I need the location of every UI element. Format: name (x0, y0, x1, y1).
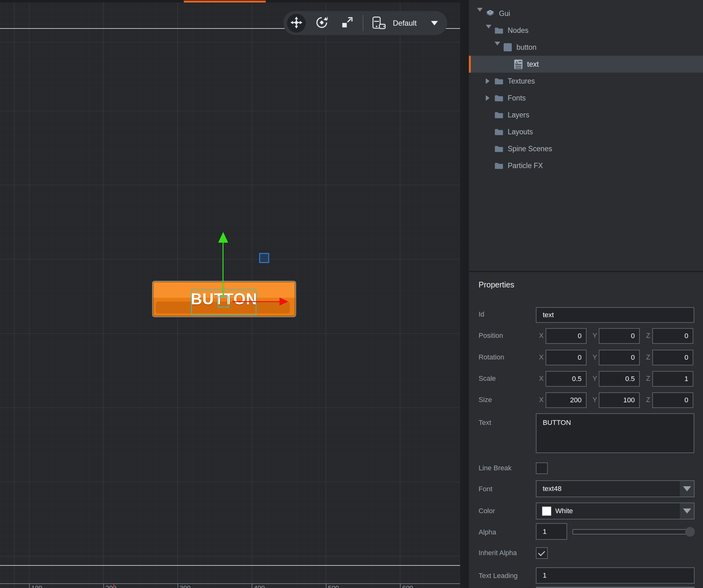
scale-icon (341, 17, 353, 30)
ruler-tick (29, 583, 30, 588)
collapse-arrow-icon[interactable] (486, 95, 489, 101)
font-dropdown[interactable]: text48 (536, 480, 695, 497)
size-x-input[interactable] (546, 392, 587, 408)
chevron-down-icon (683, 509, 691, 513)
folder-icon (495, 161, 503, 170)
outline-item-nodes[interactable]: Nodes (469, 22, 703, 39)
axis-x-label: X (539, 396, 544, 404)
ruler-label: 600 (402, 584, 413, 588)
rotation-x-input[interactable] (546, 350, 587, 365)
alpha-slider-track[interactable] (572, 529, 690, 534)
rotation-y-input[interactable] (599, 350, 640, 365)
next-field-partial-border (536, 587, 695, 588)
move-gizmo-y-arrowhead-icon[interactable] (218, 232, 228, 243)
move-gizmo-x-axis[interactable] (232, 301, 280, 302)
layout-selector-label[interactable]: Default (393, 19, 416, 27)
position-x-input[interactable] (546, 328, 587, 344)
svg-text:A: A (515, 60, 518, 65)
device-orientation-icon (372, 17, 386, 30)
outline-item-layouts[interactable]: Layouts (469, 123, 703, 140)
outline-item-textures[interactable]: Textures (469, 73, 703, 89)
outline-item-label: Nodes (508, 26, 528, 35)
font-dropdown-button[interactable] (680, 481, 694, 497)
text-input[interactable]: BUTTON (536, 413, 694, 453)
axis-x-label: X (539, 353, 544, 361)
font-dropdown-value: text48 (543, 485, 561, 493)
selection-pivot-box[interactable] (218, 296, 229, 307)
checkmark-icon (538, 549, 545, 556)
scene-canvas[interactable]: BUTTON 100 200 300 400 500 600 (0, 0, 460, 588)
expand-arrow-icon[interactable] (477, 12, 483, 15)
color-dropdown-button[interactable] (680, 503, 694, 519)
inherit-alpha-checkbox[interactable] (536, 547, 548, 559)
rotate-icon (316, 17, 328, 30)
layout-dropdown-caret-icon[interactable] (431, 21, 438, 25)
color-label: Color (479, 507, 495, 515)
anchor-handle-box[interactable] (259, 253, 269, 263)
text-leading-input[interactable] (536, 567, 695, 584)
panel-section-divider (469, 271, 703, 272)
position-label: Position (479, 332, 503, 340)
ruler-line (0, 583, 460, 584)
outline-item-particle-fx[interactable]: Particle FX (469, 157, 703, 174)
rotation-z-input[interactable] (652, 350, 693, 365)
move-icon (291, 17, 302, 30)
expand-arrow-icon[interactable] (494, 46, 500, 49)
panel-splitter[interactable] (460, 0, 469, 588)
scale-x-input[interactable] (546, 371, 587, 387)
axis-z-label: Z (646, 396, 650, 404)
alpha-input[interactable] (536, 523, 567, 540)
axis-y-label: Y (593, 332, 597, 340)
ruler-label: 100 (31, 584, 42, 588)
color-swatch (542, 507, 551, 516)
line-break-checkbox[interactable] (536, 462, 548, 474)
outline-item-label: Layers (508, 111, 529, 119)
move-gizmo-x-arrowhead-icon[interactable] (280, 297, 288, 306)
color-dropdown-value: White (555, 507, 573, 515)
folder-icon (495, 93, 503, 103)
box-node-icon (503, 43, 512, 52)
ruler-label: 300 (180, 584, 190, 588)
position-y-input[interactable] (599, 328, 640, 344)
font-label: Font (479, 485, 492, 493)
rotate-tool-button[interactable] (312, 14, 331, 32)
move-gizmo-y-axis[interactable] (223, 242, 224, 296)
outline-item-text[interactable]: A text (469, 56, 703, 73)
outline-item-label: Fonts (508, 94, 526, 102)
folder-icon (495, 110, 503, 120)
outline-item-fonts[interactable]: Fonts (469, 89, 703, 106)
line-break-label: Line Break (479, 464, 512, 472)
scale-tool-button[interactable] (338, 14, 357, 32)
size-y-input[interactable] (599, 392, 640, 408)
ruler-label: 200 (105, 584, 116, 588)
axis-x-label: X (539, 374, 544, 383)
outline-item-spine-scenes[interactable]: Spine Scenes (469, 140, 703, 157)
text-label: Text (479, 419, 491, 427)
collapse-arrow-icon[interactable] (486, 78, 489, 84)
axis-x-label: X (539, 332, 544, 340)
expand-arrow-icon[interactable] (486, 28, 491, 32)
toolbar-divider (363, 15, 364, 31)
right-panel: Gui Nodes button A text (469, 0, 703, 588)
color-dropdown[interactable]: White (536, 503, 695, 519)
axis-y-label: Y (593, 374, 597, 383)
scale-y-input[interactable] (599, 371, 640, 387)
scale-z-input[interactable] (652, 371, 693, 387)
move-tool-button[interactable] (287, 14, 306, 32)
text-node-icon: A (514, 60, 523, 69)
scene-bounds-bottom-line (0, 565, 460, 566)
alpha-slider-thumb[interactable] (685, 527, 695, 537)
position-z-input[interactable] (652, 328, 693, 344)
outline-item-gui[interactable]: Gui (469, 5, 703, 22)
outline-item-label: Layouts (508, 128, 533, 136)
text-leading-label: Text Leading (479, 572, 518, 580)
transform-toolbar: Default (283, 11, 447, 35)
folder-icon (495, 144, 503, 153)
outline-item-layers[interactable]: Layers (469, 106, 703, 123)
alpha-label: Alpha (479, 528, 496, 536)
id-input[interactable] (536, 307, 694, 323)
size-z-input[interactable] (652, 392, 693, 408)
axis-y-label: Y (593, 353, 597, 361)
outline-item-button[interactable]: button (469, 39, 703, 56)
axis-y-label: Y (593, 396, 597, 404)
